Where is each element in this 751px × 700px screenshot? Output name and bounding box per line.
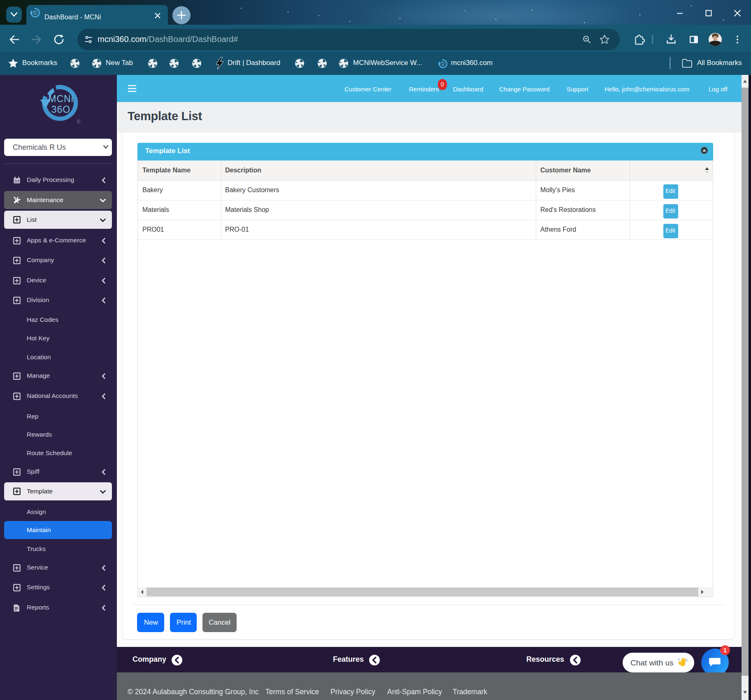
svg-text:36O: 36O (51, 104, 70, 115)
svg-text:MCN: MCN (33, 11, 37, 13)
svg-text:MCN: MCN (441, 62, 445, 64)
svg-text:MCNi: MCNi (48, 93, 74, 104)
svg-text:36O: 36O (33, 13, 37, 15)
svg-text:36O: 36O (441, 64, 445, 66)
svg-text:®: ® (77, 119, 81, 125)
